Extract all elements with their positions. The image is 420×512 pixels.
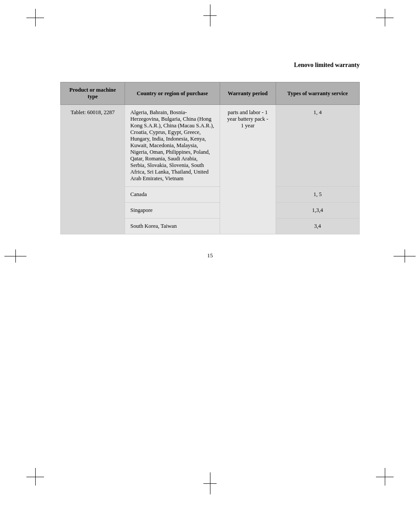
warranty-period-cell: parts and labor - 1 year battery pack - … (220, 105, 276, 234)
page-title: Lenovo limited warranty (60, 62, 360, 69)
types-cell-2: 1, 5 (276, 187, 359, 203)
country-cell-2: Canada (125, 187, 220, 203)
types-cell-1: 1, 4 (276, 105, 359, 187)
table-row: Tablet: 60018, 2287 Algeria, Bahrain, Bo… (61, 105, 360, 187)
corner-mark-tl (26, 9, 44, 26)
table-header-row: Product or machine type Country or regio… (61, 82, 360, 105)
country-cell-4: South Korea, Taiwan (125, 219, 220, 234)
header-types: Types of warranty service (276, 82, 359, 105)
corner-mark-tr (376, 9, 394, 26)
corner-mark-bl (26, 468, 44, 486)
warranty-table: Product or machine type Country or regio… (60, 82, 360, 234)
cross-right-center (394, 249, 416, 263)
cross-left-center (4, 249, 26, 263)
product-cell: Tablet: 60018, 2287 (61, 105, 125, 234)
page-number: 15 (60, 252, 360, 259)
country-cell-1: Algeria, Bahrain, Bosnia-Herzegovina, Bu… (125, 105, 220, 187)
cross-bottom-center (203, 472, 217, 494)
content-area: Lenovo limited warranty Product or machi… (34, 0, 386, 303)
header-warranty: Warranty period (220, 82, 276, 105)
corner-mark-br (376, 468, 394, 486)
types-cell-3: 1,3,4 (276, 203, 359, 219)
header-country: Country or region of purchase (125, 82, 220, 105)
header-product: Product or machine type (61, 82, 125, 105)
country-cell-3: Singapore (125, 203, 220, 219)
page: Lenovo limited warranty Product or machi… (0, 0, 420, 512)
cross-top-center (203, 4, 217, 26)
types-cell-4: 3,4 (276, 219, 359, 234)
